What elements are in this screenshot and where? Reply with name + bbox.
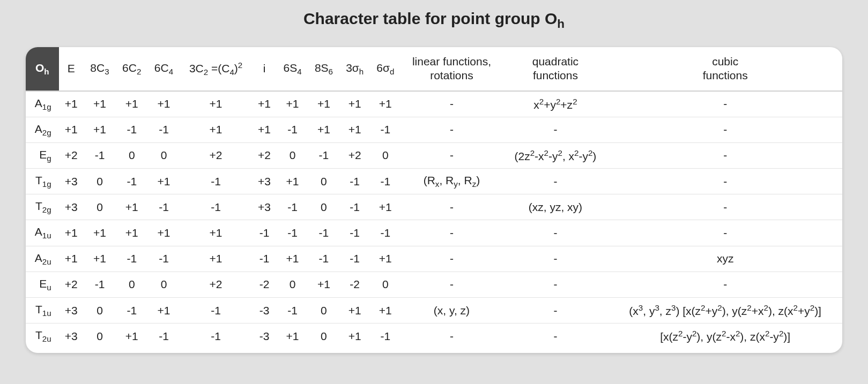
character-cell: -1 <box>308 220 339 246</box>
quadratic-functions-cell: - <box>503 169 609 194</box>
character-cell: +1 <box>180 117 251 142</box>
character-cell: +1 <box>148 91 180 117</box>
character-cell: -1 <box>252 220 277 246</box>
character-cell: +1 <box>252 91 277 117</box>
quadratic-functions-cell: - <box>503 298 609 323</box>
character-cell: -1 <box>84 142 116 168</box>
character-cell: 0 <box>308 169 339 194</box>
irrep-label: T1u <box>26 298 59 323</box>
table-row: T1g+30-1+1-1+3+10-1-1(Rx, Ry, Rz)-- <box>26 169 842 194</box>
character-table-card: OhE8C36C26C43C2 =(C4)2i6S48S63σh6σdlinea… <box>26 47 842 353</box>
col-i: i <box>252 47 277 91</box>
character-cell: +1 <box>277 323 308 349</box>
character-cell: +2 <box>339 142 370 168</box>
character-cell: +1 <box>84 91 116 117</box>
character-cell: -1 <box>308 142 339 168</box>
character-cell: -1 <box>277 220 308 246</box>
character-cell: -1 <box>180 298 251 323</box>
character-cell: +1 <box>59 220 84 246</box>
character-cell: +1 <box>84 246 116 272</box>
quadratic-functions-cell: - <box>503 246 609 272</box>
character-cell: +1 <box>148 169 180 194</box>
character-cell: +1 <box>59 246 84 272</box>
character-cell: 0 <box>84 169 116 194</box>
character-cell: +1 <box>59 117 84 142</box>
character-cell: +1 <box>180 220 251 246</box>
character-cell: +1 <box>308 91 339 117</box>
linear-functions-cell: - <box>400 194 502 220</box>
character-cell: 0 <box>84 298 116 323</box>
irrep-label: T2u <box>26 323 59 349</box>
quadratic-functions-cell: (2z2-x2-y2, x2-y2) <box>503 142 609 168</box>
irrep-label: T2g <box>26 194 59 220</box>
table-row: Eg+2-100+2+20-1+20-(2z2-x2-y2, x2-y2)- <box>26 142 842 168</box>
character-cell: 0 <box>277 142 308 168</box>
quadratic-functions-cell: - <box>503 117 609 142</box>
character-cell: +2 <box>252 142 277 168</box>
table-row: A1g+1+1+1+1+1+1+1+1+1+1-x2+y2+z2- <box>26 91 842 117</box>
character-cell: -1 <box>116 246 148 272</box>
character-cell: 0 <box>277 272 308 297</box>
table-row: T2u+30+1-1-1-3+10+1-1--[x(z2-y2), y(z2-x… <box>26 323 842 349</box>
character-table: OhE8C36C26C43C2 =(C4)2i6S48S63σh6σdlinea… <box>26 47 842 349</box>
character-cell: -1 <box>370 117 400 142</box>
character-cell: +2 <box>180 272 251 297</box>
character-cell: 0 <box>84 194 116 220</box>
character-cell: +1 <box>339 323 370 349</box>
character-cell: -1 <box>148 194 180 220</box>
character-cell: 0 <box>308 298 339 323</box>
character-cell: -1 <box>180 323 251 349</box>
irrep-label: A1g <box>26 91 59 117</box>
col-lin: linear functions,rotations <box>400 47 502 91</box>
character-cell: -1 <box>180 169 251 194</box>
character-cell: -1 <box>308 246 339 272</box>
character-cell: -1 <box>116 117 148 142</box>
character-cell: -1 <box>277 298 308 323</box>
irrep-label: T1g <box>26 169 59 194</box>
character-cell: -1 <box>339 169 370 194</box>
character-cell: +3 <box>252 194 277 220</box>
table-row: A2u+1+1-1-1+1-1+1-1-1+1--xyz <box>26 246 842 272</box>
character-cell: +3 <box>59 194 84 220</box>
linear-functions-cell: - <box>400 91 502 117</box>
irrep-label: Eg <box>26 142 59 168</box>
character-cell: 0 <box>370 272 400 297</box>
character-cell: +1 <box>116 323 148 349</box>
cubic-functions-cell: - <box>608 194 842 220</box>
irrep-label: A2g <box>26 117 59 142</box>
character-cell: -1 <box>339 220 370 246</box>
col-8C3: 8C3 <box>84 47 116 91</box>
character-cell: -3 <box>252 298 277 323</box>
character-cell: +1 <box>370 91 400 117</box>
page-title: Character table for point group Oh <box>0 0 868 37</box>
character-cell: +1 <box>339 117 370 142</box>
character-cell: -1 <box>180 194 251 220</box>
character-cell: +1 <box>84 117 116 142</box>
col-3sh: 3σh <box>339 47 370 91</box>
cubic-functions-cell: (x3, y3, z3) [x(z2+y2), y(z2+x2), z(x2+y… <box>608 298 842 323</box>
character-cell: +1 <box>370 298 400 323</box>
cubic-functions-cell: - <box>608 272 842 297</box>
character-cell: +1 <box>180 246 251 272</box>
character-cell: -1 <box>370 323 400 349</box>
character-cell: -1 <box>370 220 400 246</box>
character-cell: 0 <box>308 194 339 220</box>
linear-functions-cell: (x, y, z) <box>400 298 502 323</box>
character-cell: +3 <box>59 298 84 323</box>
col-6sd: 6σd <box>370 47 400 91</box>
character-cell: +2 <box>59 272 84 297</box>
table-row: T1u+30-1+1-1-3-10+1+1(x, y, z)-(x3, y3, … <box>26 298 842 323</box>
col-6C2: 6C2 <box>116 47 148 91</box>
character-cell: 0 <box>148 272 180 297</box>
character-cell: -1 <box>339 194 370 220</box>
linear-functions-cell: - <box>400 142 502 168</box>
linear-functions-cell: - <box>400 272 502 297</box>
cubic-functions-cell: xyz <box>608 246 842 272</box>
table-header-row: OhE8C36C26C43C2 =(C4)2i6S48S63σh6σdlinea… <box>26 47 842 91</box>
table-row: T2g+30+1-1-1+3-10-1+1-(xz, yz, xy)- <box>26 194 842 220</box>
irrep-label: Eu <box>26 272 59 297</box>
character-cell: -1 <box>277 194 308 220</box>
character-cell: +1 <box>148 220 180 246</box>
quadratic-functions-cell: - <box>503 272 609 297</box>
linear-functions-cell: - <box>400 323 502 349</box>
